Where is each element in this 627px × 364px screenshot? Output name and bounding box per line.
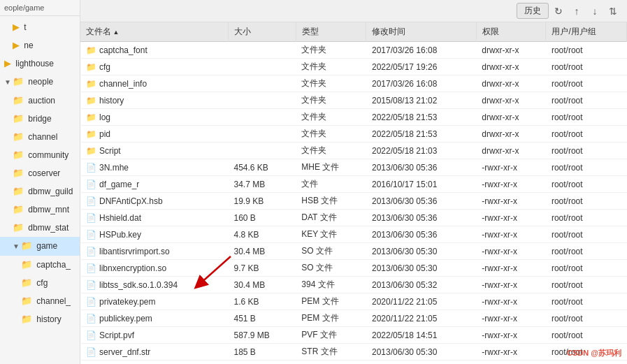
sidebar-item-dbmw-guild[interactable]: 📁 dbmw_guild <box>0 182 80 201</box>
sidebar-item-channel-sub[interactable]: 📁 channel_ <box>0 292 80 310</box>
sidebar-item-dbmw-mnt[interactable]: 📁 dbmw_mnt <box>0 201 80 219</box>
col-filename[interactable]: 文件名 <box>80 22 228 42</box>
sidebar-item-ne[interactable]: ▶ ne <box>0 36 80 54</box>
cell-perm: drwxr-xr-x <box>476 92 546 109</box>
table-row[interactable]: 📁 Script 文件夹 2022/05/18 21:03 drwxr-xr-x… <box>80 143 627 159</box>
cell-filename: 📄 libnxencryption.so <box>80 260 228 277</box>
filename-text: pid <box>99 129 110 139</box>
table-row[interactable]: 📄 Script.pvf 587.9 MB PVF 文件 2022/05/18 … <box>80 327 627 344</box>
table-row[interactable]: 📄 3N.mhe 454.6 KB MHE 文件 2013/06/30 05:3… <box>80 159 627 176</box>
table-row[interactable]: 📁 log 文件夹 2022/05/18 21:53 drwxr-xr-x ro… <box>80 109 627 126</box>
col-type[interactable]: 类型 <box>296 22 366 42</box>
sidebar-item-captcha[interactable]: 📁 captcha_ <box>0 256 80 274</box>
table-row[interactable]: 📄 df_game_r 34.7 MB 文件 2016/10/17 15:01 … <box>80 176 627 193</box>
cell-mtime: 2022/05/17 19:26 <box>366 59 476 75</box>
cell-size <box>228 143 296 159</box>
cell-filename: 📄 3N.mhe <box>80 159 228 176</box>
folder-icon: 📁 <box>13 222 24 233</box>
file-icon: 📄 <box>86 213 96 223</box>
sidebar-item-channel[interactable]: 📁 channel <box>0 128 80 146</box>
cell-perm: -rwxr-xr-x <box>476 243 546 260</box>
refresh-button[interactable]: ↻ <box>550 3 567 20</box>
cell-mtime: 2022/05/18 21:53 <box>366 126 476 143</box>
cell-filename: 📁 channel_info <box>80 75 228 92</box>
cell-owner: root/root <box>546 126 627 143</box>
table-row[interactable]: 📄 Hshield.dat 160 B DAT 文件 2013/06/30 05… <box>80 210 627 226</box>
col-size[interactable]: 大小 <box>228 22 296 42</box>
history-button[interactable]: 历史 <box>517 3 549 19</box>
folder-icon: ▶ <box>4 58 11 68</box>
sidebar-item-coserver[interactable]: 📁 coserver <box>0 164 80 182</box>
sidebar-item-game[interactable]: ▼📁 game <box>0 237 80 256</box>
table-row[interactable]: 📄 server_dnf.str 185 B STR 文件 2013/06/30… <box>80 344 627 361</box>
file-icon: 📄 <box>86 330 96 340</box>
cell-owner: root/root <box>546 92 627 109</box>
sidebar-item-bridge[interactable]: 📁 bridge <box>0 110 80 128</box>
sidebar-item-neople[interactable]: ▼📁 neople <box>0 73 80 92</box>
table-row[interactable]: 📁 pid 文件夹 2022/05/18 21:53 drwxr-xr-x ro… <box>80 126 627 143</box>
col-owner[interactable]: 用户/用户组 <box>546 22 627 42</box>
table-row[interactable]: 📄 libnxencryption.so 9.7 KB SO 文件 2013/0… <box>80 260 627 277</box>
cell-type: 文件夹 <box>296 143 366 159</box>
cell-mtime: 2013/06/30 05:36 <box>366 159 476 176</box>
cell-owner: root/root <box>546 327 627 344</box>
cell-type: PVF 文件 <box>296 327 366 344</box>
cell-size: 34.7 MB <box>228 176 296 193</box>
table-row[interactable]: 📄 libtss_sdk.so.1.0.394 30.4 MB 394 文件 2… <box>80 277 627 293</box>
sidebar: eople/game ▶ t ▶ ne ▶ lighthouse ▼📁 neop… <box>0 0 80 364</box>
cell-filename: 📄 Script.pvf <box>80 327 228 344</box>
table-row[interactable]: 📁 channel_info 文件夹 2017/03/26 16:08 drwx… <box>80 75 627 92</box>
cell-perm: drwxr-xr-x <box>476 109 546 126</box>
table-row[interactable]: 📄 privatekey.pem 1.6 KB PEM 文件 2020/11/2… <box>80 293 627 310</box>
table-row[interactable]: 📄 libantisrvrimport.so 30.4 MB SO 文件 201… <box>80 243 627 260</box>
file-icon: 📄 <box>86 314 96 323</box>
folder-icon: 📁 <box>13 186 24 196</box>
folder-icon: 📁 <box>21 259 32 270</box>
file-icon: 📄 <box>86 230 96 240</box>
sidebar-item-lighthouse[interactable]: ▶ lighthouse <box>0 54 80 73</box>
col-mtime[interactable]: 修改时间 <box>366 22 476 42</box>
cell-perm: drwxr-xr-x <box>476 59 546 75</box>
cell-size: 587.9 MB <box>228 327 296 344</box>
cell-perm: drwxr-xr-x <box>476 126 546 143</box>
col-perm[interactable]: 权限 <box>476 22 546 42</box>
sidebar-item-community[interactable]: 📁 community <box>0 146 80 164</box>
table-row[interactable]: 📄 DNFAntiCpX.hsb 19.9 KB HSB 文件 2013/06/… <box>80 193 627 210</box>
upload-button[interactable]: ↑ <box>568 3 585 20</box>
cell-filename: 📄 privatekey.pem <box>80 293 228 310</box>
folder-icon: 📁 <box>21 277 32 288</box>
table-row[interactable]: 📁 cfg 文件夹 2022/05/17 19:26 drwxr-xr-x ro… <box>80 59 627 75</box>
table-row[interactable]: 🔵 server_str.xml 42.6 KB XML 文档 2013/06/… <box>80 361 627 365</box>
table-row[interactable]: 📁 history 文件夹 2015/08/13 21:02 drwxr-xr-… <box>80 92 627 109</box>
filename-text: log <box>99 112 110 122</box>
cell-owner: root/root <box>546 260 627 277</box>
more-button[interactable]: ⇅ <box>605 3 621 20</box>
table-row[interactable]: 📄 publickey.pem 451 B PEM 文件 2020/11/22 … <box>80 310 627 327</box>
sidebar-item-auction[interactable]: 📁 auction <box>0 92 80 110</box>
cell-size <box>228 92 296 109</box>
folder-icon: 📁 <box>13 113 24 124</box>
sidebar-item-dbmw-stat[interactable]: 📁 dbmw_stat <box>0 219 80 237</box>
table-row[interactable]: 📁 captcha_font 文件夹 2017/03/26 16:08 drwx… <box>80 42 627 59</box>
download-button[interactable]: ↓ <box>586 3 603 20</box>
cell-type: HSB 文件 <box>296 193 366 210</box>
filename-text: captcha_font <box>99 45 147 55</box>
cell-owner: root/root <box>546 59 627 75</box>
table-row[interactable]: 📄 HSPub.key 4.8 KB KEY 文件 2013/06/30 05:… <box>80 226 627 243</box>
cell-type: SO 文件 <box>296 243 366 260</box>
filename-text: libtss_sdk.so.1.0.394 <box>99 280 178 290</box>
cell-filename: 📄 Hshield.dat <box>80 210 228 226</box>
cell-owner: root/root <box>546 193 627 210</box>
sidebar-item-cfg[interactable]: 📁 cfg <box>0 274 80 292</box>
sidebar-item-t[interactable]: ▶ t <box>0 18 80 36</box>
cell-mtime: 2013/06/30 05:30 <box>366 361 476 365</box>
sidebar-item-history[interactable]: 📁 history <box>0 310 80 328</box>
filename-text: libnxencryption.so <box>99 263 166 273</box>
cell-owner: root/root <box>546 159 627 176</box>
folder-icon: 📁 <box>13 76 24 87</box>
cell-mtime: 2022/05/18 21:03 <box>366 143 476 159</box>
cell-perm: -rwxr-xr-x <box>476 293 546 310</box>
cell-size: 9.7 KB <box>228 260 296 277</box>
cell-perm: drwxr-xr-x <box>476 75 546 92</box>
filename-text: Script.pvf <box>99 330 134 340</box>
